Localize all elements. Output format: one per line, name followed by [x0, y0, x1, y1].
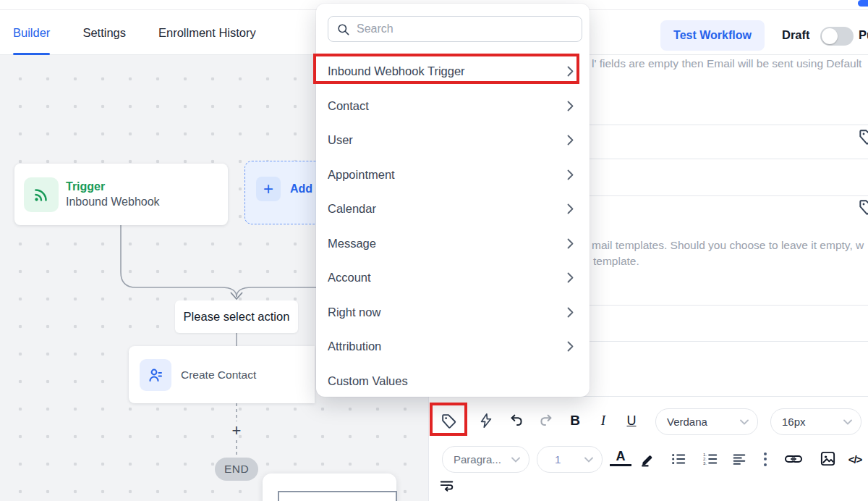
menu-item-right-now[interactable]: Right now [316, 295, 590, 330]
draft-label: Draft [782, 28, 810, 42]
more-options-kebab-button[interactable] [754, 448, 776, 470]
menu-item-contact[interactable]: Contact [316, 89, 590, 124]
chevron-down-icon [843, 419, 852, 425]
text-wrap-button[interactable] [436, 475, 458, 497]
merge-tag-icon[interactable] [857, 198, 868, 216]
chevron-right-icon [567, 238, 574, 249]
test-workflow-button[interactable]: Test Workflow [660, 20, 765, 51]
template-note-line1: mail templates. Should you choose to lea… [592, 237, 864, 253]
chevron-right-icon [567, 341, 574, 352]
underline-button[interactable]: U [621, 410, 642, 431]
menu-item-inbound-webhook-trigger[interactable]: Inbound Webhook Trigger [316, 54, 590, 89]
kebab-icon [764, 452, 767, 466]
menu-search-box[interactable] [328, 16, 582, 42]
publish-toggle[interactable] [820, 27, 854, 46]
highlighter-button[interactable] [637, 448, 659, 470]
chevron-right-icon [567, 203, 574, 214]
paragraph-style-value: Paragra... [454, 453, 501, 466]
menu-item-account[interactable]: Account [316, 261, 590, 295]
trigger-node-title: Trigger [66, 180, 160, 193]
webhook-sample-card [263, 473, 396, 501]
align-button[interactable] [728, 448, 750, 470]
bullet-list-button[interactable] [668, 448, 689, 470]
sample-field-box [278, 491, 397, 501]
bold-button[interactable]: B [564, 410, 586, 431]
add-button-label: Add [290, 182, 312, 195]
chevron-right-icon [567, 66, 574, 77]
tab-settings[interactable]: Settings [82, 10, 126, 55]
create-contact-label: Create Contact [181, 369, 256, 382]
chevron-right-icon [567, 272, 574, 283]
menu-item-custom-values[interactable]: Custom Values [316, 364, 590, 399]
action-prompt-label: Please select action [175, 300, 298, 333]
chevron-right-icon [567, 169, 574, 180]
menu-item-appointment[interactable]: Appointment [316, 158, 590, 193]
add-step-plus-button[interactable]: + [229, 423, 244, 439]
default-email-note: l' fields are empty then Email will be s… [592, 57, 861, 70]
font-size-value: 16px [782, 416, 806, 428]
trigger-node[interactable]: Trigger Inbound Webhook [14, 164, 228, 225]
numbered-list-button[interactable]: 1. 2. 3. [699, 448, 721, 470]
chevron-down-icon [584, 457, 593, 463]
code-view-button[interactable]: </> [844, 448, 866, 470]
actions-dropdown-menu: Inbound Webhook Trigger Contact User App… [316, 4, 590, 397]
contact-person-icon [140, 359, 171, 391]
end-badge: END [215, 458, 258, 481]
add-trigger-button[interactable]: + Add [244, 161, 326, 224]
menu-item-calendar[interactable]: Calendar [316, 192, 590, 227]
workflow-tabs: Builder Settings Enrollment History [13, 10, 256, 55]
tab-builder[interactable]: Builder [13, 10, 50, 55]
svg-text:3.: 3. [703, 461, 707, 466]
chevron-right-icon [567, 135, 574, 146]
font-family-value: Verdana [667, 416, 707, 428]
font-size-select[interactable]: 16px [770, 408, 861, 435]
font-family-select[interactable]: Verdana [655, 408, 758, 435]
lightning-button[interactable] [475, 410, 497, 431]
menu-item-list: Inbound Webhook Trigger Contact User App… [316, 54, 590, 398]
chevron-right-icon [567, 101, 574, 111]
tag-button[interactable] [438, 410, 459, 431]
menu-item-attribution[interactable]: Attribution [316, 329, 590, 364]
chevron-down-icon [511, 457, 520, 463]
workflow-builder-app: Trigger Inbound Webhook + Add Please sel… [0, 0, 868, 501]
merge-tag-icon[interactable] [857, 127, 868, 146]
search-icon [336, 22, 350, 36]
webhook-icon [24, 177, 59, 212]
redo-button[interactable] [535, 410, 556, 431]
undo-button[interactable] [506, 410, 528, 431]
paragraph-style-select[interactable]: Paragra... [442, 446, 529, 473]
top-right-blue-button-edge [858, 0, 868, 7]
link-button[interactable] [783, 448, 804, 470]
line-height-select[interactable]: 1 [537, 446, 603, 473]
menu-item-user[interactable]: User [316, 123, 590, 158]
text-color-button[interactable]: A [610, 449, 631, 466]
create-contact-node[interactable]: Create Contact [129, 346, 315, 403]
plus-icon: + [256, 177, 281, 201]
search-input[interactable] [357, 22, 559, 35]
toggle-knob [822, 28, 838, 44]
image-button[interactable] [817, 447, 838, 469]
menu-item-message[interactable]: Message [316, 227, 590, 261]
line-height-value: 1 [555, 453, 561, 466]
chevron-right-icon [567, 307, 574, 318]
chevron-down-icon [740, 419, 749, 425]
publish-label-partial: Pu [859, 28, 868, 42]
italic-button[interactable]: I [592, 410, 614, 431]
template-note-line2: template. [593, 253, 864, 269]
trigger-node-subtitle: Inbound Webhook [66, 195, 160, 209]
tab-enrollment-history[interactable]: Enrollment History [158, 10, 256, 55]
